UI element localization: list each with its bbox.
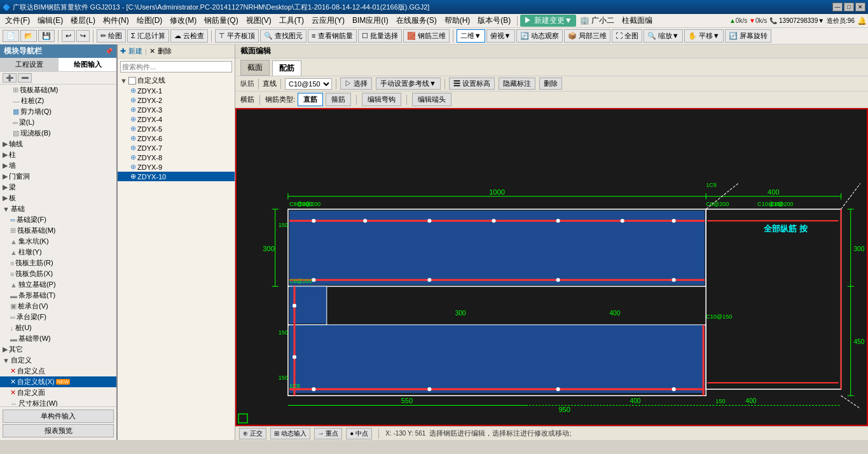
full-view[interactable]: ⛶ 全图 (612, 29, 642, 43)
total-calc-button[interactable]: Σ 汇总计算 (127, 29, 169, 43)
tree-group-other[interactable]: ▶ 其它 (0, 344, 116, 355)
tree-item-found-cap-beam[interactable]: ═ 承台梁(F) (0, 312, 116, 322)
tab-project-settings[interactable]: 工程设置 (0, 58, 59, 71)
left-minus-btn[interactable]: ➖ (18, 73, 32, 83)
redo-button[interactable]: ↪ (76, 30, 90, 42)
menu-rebar[interactable]: 钢筋量(Q) (200, 14, 242, 27)
view-2d[interactable]: 二维▼ (457, 29, 485, 43)
rebar-3d[interactable]: 🧱 钢筋三维 (403, 29, 450, 43)
tree-item-found-cap[interactable]: ▲ 柱墩(Y) (0, 247, 116, 258)
new-file-button[interactable]: 📄 (3, 30, 19, 42)
struct-item-3[interactable]: ⊕ ZDYX-3 (118, 105, 235, 114)
tab-rebar[interactable]: 配筋 (272, 60, 301, 76)
dynamic-view[interactable]: 🔄 动态观察 (516, 29, 563, 43)
menu-edit[interactable]: 编辑(E) (34, 14, 67, 27)
tab-section[interactable]: 截面 (240, 60, 270, 76)
left-add-btn[interactable]: ➕ (3, 73, 17, 83)
menu-draw[interactable]: 绘图(D) (133, 14, 167, 27)
menu-version[interactable]: 版本号(B) (474, 14, 514, 27)
menu-view[interactable]: 视图(V) (242, 14, 275, 27)
search-input[interactable] (120, 61, 232, 72)
menu-help[interactable]: 帮助(H) (441, 14, 474, 27)
tree-item-found-strip[interactable]: ▬ 条形基础(T) (0, 290, 116, 301)
tree-item-dim[interactable]: ↔ 尺寸标注(W) (0, 398, 116, 406)
struct-item-8[interactable]: ⊕ ZDYX-8 (118, 153, 235, 162)
midpoint2-btn[interactable]: ● 中点 (346, 428, 372, 439)
spec-select[interactable]: C10@150 C8@200 C12@150 (285, 78, 332, 90)
tree-item-found-pile[interactable]: ↓ 桩(U) (0, 322, 116, 333)
zoom-button[interactable]: 🔍 缩放▼ (644, 29, 683, 43)
dynamic-input-btn[interactable]: ⊞ 动态输入 (270, 428, 310, 439)
local-3d[interactable]: 📦 局部三维 (564, 29, 610, 43)
tree-group-axis[interactable]: ▶ 轴线 (0, 139, 116, 149)
tree-item-found-cap2[interactable]: ▣ 桩承台(V) (0, 301, 116, 312)
batch-select[interactable]: ☐ 批量选择 (358, 29, 402, 43)
view-rebar-qty[interactable]: ≡ 查看钢筋量 (308, 29, 356, 43)
tree-item-slab[interactable]: ▨ 现浇板(B) (0, 128, 116, 139)
tree-item-found-main[interactable]: ≡ 筏板主筋(R) (0, 258, 116, 268)
cloud-check-button[interactable]: ☁ 云检查 (170, 29, 208, 43)
menu-section[interactable]: 柱截面编 (618, 14, 656, 27)
struct-item-2[interactable]: ⊕ ZDYX-2 (118, 95, 235, 105)
screen-rotate[interactable]: 🔃 屏幕旋转 (725, 29, 771, 43)
tree-item-found-beam[interactable]: ═ 基础梁(F) (0, 214, 116, 225)
canvas-area[interactable]: 1000 400 300 300 (235, 108, 868, 426)
menu-tool[interactable]: 工具(T) (275, 14, 308, 27)
tree-group-beam2[interactable]: ▶ 梁 (0, 182, 116, 193)
tree-item-custom-point[interactable]: ✕ 自定义点 (0, 366, 116, 376)
view-top[interactable]: 俯视▼ (486, 29, 515, 43)
tree-group-foundation[interactable]: ▼ 基础 (0, 203, 116, 214)
struct-item-7[interactable]: ⊕ ZDYX-7 (118, 143, 235, 153)
menu-file[interactable]: 文件(F) (1, 14, 34, 27)
pin-icon[interactable]: 📌 (105, 48, 113, 55)
hide-label-btn[interactable]: 隐藏标注 (499, 78, 535, 90)
find-element[interactable]: 🔍 查找图元 (260, 29, 307, 43)
edit-end-head-btn[interactable]: 编辑端头 (412, 93, 451, 106)
struct-item-4[interactable]: ⊕ ZDYX-4 (118, 114, 235, 124)
struct-item-10[interactable]: ⊕ ZDYX-10 (118, 172, 235, 181)
set-ref-line-btn[interactable]: 手动设置参考线▼ (376, 78, 441, 90)
tree-group-board[interactable]: ▶ 板 (0, 193, 116, 203)
save-button[interactable]: 💾 (38, 30, 55, 42)
pan-button[interactable]: ✋ 平移▼ (684, 29, 724, 43)
struct-item-5[interactable]: ⊕ ZDYX-5 (118, 124, 235, 134)
tree-item-custom-face[interactable]: ✕ 自定义面 (0, 387, 116, 398)
undo-button[interactable]: ↩ (62, 30, 75, 42)
align-slab-top[interactable]: ⊤ 平齐板顶 (215, 29, 259, 43)
ortho-btn[interactable]: ⊕ 正交 (239, 428, 266, 439)
tree-item-found-ind[interactable]: ▲ 独立基础(P) (0, 279, 116, 290)
tree-item-found-strip2[interactable]: ▬ 基础带(W) (0, 333, 116, 344)
tree-group-opening[interactable]: ▶ 门窗洞 (0, 171, 116, 182)
minimize-button[interactable]: — (832, 3, 843, 11)
struct-item-6[interactable]: ⊕ ZDYX-6 (118, 134, 235, 143)
struct-item-9[interactable]: ⊕ ZDYX-9 (118, 162, 235, 172)
draw-button[interactable]: ✏ 绘图 (97, 29, 126, 43)
struct-item-1[interactable]: ⊕ ZDYX-1 (118, 86, 235, 95)
tree-group-wall[interactable]: ▶ 墙 (0, 160, 116, 171)
tree-item-raftslab[interactable]: ⊞ 筏板基础(M) (0, 85, 116, 95)
menu-new-change[interactable]: ▶ 新建变更▼ (520, 15, 575, 27)
set-elevation-btn[interactable]: ☰ 设置标高 (449, 78, 495, 90)
tree-item-found-raft[interactable]: ⊞ 筏板基础(M) (0, 225, 116, 236)
report-preview-btn[interactable]: 报表预览 (3, 424, 114, 437)
tree-group-col[interactable]: ▶ 柱 (0, 149, 116, 160)
tree-item-shearwall[interactable]: ▦ 剪力墙(Q) (0, 106, 116, 117)
straight-rebar-btn[interactable]: 直筋 (298, 93, 323, 106)
menu-floor[interactable]: 楼层(L) (67, 14, 99, 27)
tree-group-custom[interactable]: ▼ 自定义 (0, 355, 116, 366)
tab-draw-input[interactable]: 绘图输入 (59, 58, 116, 71)
menu-ad[interactable]: 🏢 广小二 (576, 14, 618, 27)
tree-item-custom-line[interactable]: ✕ 自定义线(X) NEW (0, 376, 116, 387)
struct-tree-root[interactable]: ▼ 自定义线 (118, 75, 235, 86)
single-member-btn[interactable]: 单构件输入 (3, 409, 114, 423)
tree-item-pile[interactable]: — 柱桩(Z) (0, 95, 116, 106)
menu-member[interactable]: 构件(N) (99, 14, 133, 27)
tree-item-beam[interactable]: ═ 梁(L) (0, 117, 116, 128)
open-button[interactable]: 📂 (20, 30, 37, 42)
menu-service[interactable]: 在线服务(S) (392, 14, 441, 27)
edit-bend-hook-btn[interactable]: 编辑弯钩 (362, 93, 401, 106)
select-rebar-btn[interactable]: ▷ 选择 (340, 78, 372, 90)
midpoint-btn[interactable]: → 重点 (314, 428, 343, 439)
new-label[interactable]: 新建 (128, 46, 142, 56)
tree-item-found-pit[interactable]: ▲ 集水坑(K) (0, 236, 116, 247)
